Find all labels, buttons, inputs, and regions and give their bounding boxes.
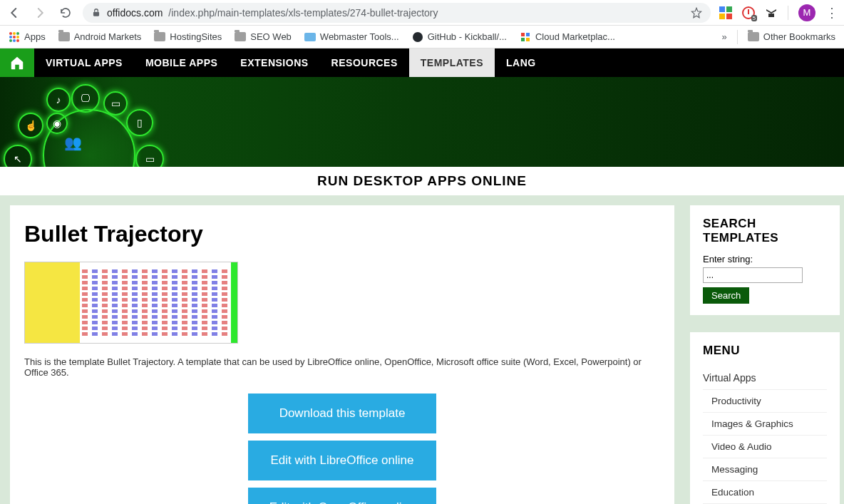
svg-point-7 (9, 32, 12, 35)
menu-item-video[interactable]: Video & Audio (703, 436, 827, 458)
lock-icon (91, 8, 101, 18)
folder-icon (58, 32, 70, 41)
edit-libreoffice-button[interactable]: Edit with LibreOffice online (248, 441, 436, 480)
svg-rect-4 (726, 14, 732, 19)
tagline-bar: RUN DESKTOP APPS ONLINE (0, 167, 844, 195)
back-button[interactable] (6, 4, 23, 21)
page-title: Bullet Trajectory (24, 221, 660, 247)
bookmarks-overflow[interactable]: » (722, 31, 727, 42)
github-icon (412, 31, 423, 43)
svg-point-9 (16, 32, 19, 35)
menu-item-messaging[interactable]: Messaging (703, 458, 827, 481)
svg-rect-3 (719, 14, 725, 19)
site-icon (520, 31, 531, 43)
bookmark-item[interactable]: HostingSites (154, 31, 222, 42)
svg-rect-20 (521, 38, 525, 41)
nav-mobile-apps[interactable]: MOBILE APPS (134, 48, 229, 77)
template-thumbnail[interactable] (24, 262, 238, 344)
edit-openoffice-button[interactable]: Edit with OpenOffice online (248, 488, 436, 504)
forward-button[interactable] (31, 4, 48, 21)
url-path: /index.php/main-templates/xls-templates/… (168, 7, 438, 19)
sidebar: SEARCH TEMPLATES Enter string: Search ME… (690, 205, 840, 504)
browser-menu-icon[interactable]: ⋮ (825, 5, 838, 21)
svg-point-15 (16, 39, 19, 42)
search-title: SEARCH TEMPLATES (703, 217, 827, 245)
menu-list: Virtual Apps Productivity Images & Graph… (703, 366, 827, 504)
menu-card: MENU Virtual Apps Productivity Images & … (690, 332, 840, 504)
separator (737, 30, 738, 44)
svg-rect-18 (521, 33, 525, 36)
menu-item-education[interactable]: Education (703, 481, 827, 504)
folder-icon (235, 32, 246, 41)
nav-extensions[interactable]: EXTENSIONS (229, 48, 319, 77)
profile-avatar[interactable]: M (798, 4, 815, 21)
main-content: Bullet Trajectory This is the template B… (10, 205, 674, 504)
hero-graphic: ♪ 🖵 ▭ ▯ ☝ ◉ ↖ ▭ 👥 (4, 84, 168, 167)
svg-rect-1 (719, 6, 725, 12)
search-card: SEARCH TEMPLATES Enter string: Search (690, 205, 840, 315)
bookmark-item[interactable]: SEO Web (235, 31, 292, 42)
url-domain: offidocs.com (107, 7, 163, 19)
action-buttons: Download this template Edit with LibreOf… (24, 394, 660, 504)
extension-icon-1[interactable] (719, 6, 732, 19)
download-button[interactable]: Download this template (248, 394, 436, 433)
bookmark-item[interactable]: Cloud Marketplac... (520, 31, 615, 43)
address-bar[interactable]: offidocs.com/index.php/main-templates/xl… (83, 3, 711, 23)
home-button[interactable] (0, 48, 34, 77)
other-bookmarks[interactable]: Other Bookmarks (748, 31, 835, 42)
nav-templates[interactable]: TEMPLATES (409, 48, 495, 77)
browser-toolbar: offidocs.com/index.php/main-templates/xl… (0, 0, 844, 26)
svg-point-17 (413, 32, 423, 42)
bookmark-item[interactable]: Android Markets (58, 31, 142, 42)
separator (788, 6, 788, 20)
svg-rect-21 (526, 38, 530, 41)
tagline-text: RUN DESKTOP APPS ONLINE (317, 173, 527, 189)
svg-point-11 (13, 36, 16, 38)
nav-lang[interactable]: LANG (495, 48, 547, 77)
nav-virtual-apps[interactable]: VIRTUAL APPS (34, 48, 134, 77)
template-description: This is the template Bullet Trajectory. … (24, 356, 660, 378)
content-area: Bullet Trajectory This is the template B… (0, 195, 844, 504)
menu-item-images[interactable]: Images & Graphics (703, 413, 827, 436)
menu-item-virtual-apps[interactable]: Virtual Apps (703, 366, 827, 390)
star-icon[interactable] (691, 7, 702, 19)
nav-resources[interactable]: RESOURCES (320, 48, 409, 77)
svg-rect-0 (93, 11, 99, 16)
svg-point-12 (16, 36, 19, 38)
site-icon (304, 31, 316, 43)
extension-icon-2[interactable]: 5 (742, 6, 755, 19)
svg-point-13 (9, 39, 12, 42)
folder-icon (154, 32, 165, 41)
folder-icon (748, 32, 759, 41)
search-label: Enter string: (703, 254, 827, 264)
bookmark-item[interactable]: Webmaster Tools... (304, 31, 399, 43)
search-input[interactable] (703, 267, 803, 283)
menu-item-productivity[interactable]: Productivity (703, 390, 827, 413)
svg-point-8 (13, 32, 16, 35)
search-button[interactable]: Search (703, 287, 749, 304)
svg-rect-6 (768, 14, 774, 17)
apps-button[interactable]: Apps (9, 31, 46, 43)
site-navigation: VIRTUAL APPS MOBILE APPS EXTENSIONS RESO… (0, 48, 844, 77)
hero-banner: ♪ 🖵 ▭ ▯ ☝ ◉ ↖ ▭ 👥 (0, 77, 844, 167)
bookmarks-bar: Apps Android Markets HostingSites SEO We… (0, 26, 844, 48)
home-icon (9, 55, 25, 71)
extension-icon-3[interactable] (765, 6, 778, 19)
reload-button[interactable] (57, 4, 74, 21)
bookmark-item[interactable]: GitHub - Kickball/... (412, 31, 507, 43)
svg-rect-19 (526, 33, 530, 36)
svg-point-14 (13, 39, 16, 42)
svg-rect-2 (726, 6, 732, 12)
svg-rect-16 (304, 33, 316, 41)
svg-point-10 (9, 36, 12, 38)
menu-title: MENU (703, 344, 827, 358)
extension-icons: 5 M ⋮ (719, 4, 838, 21)
